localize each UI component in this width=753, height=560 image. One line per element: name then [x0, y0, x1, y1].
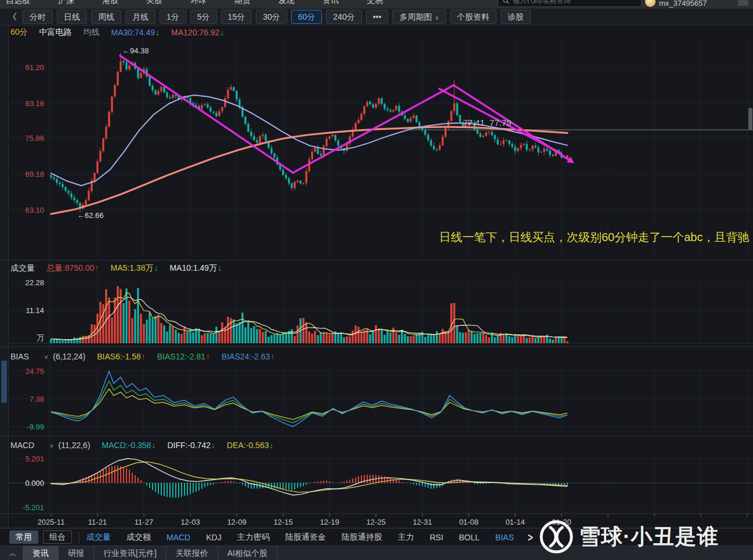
expand-panel-icon[interactable]: 《	[7, 550, 17, 557]
top-menu-item[interactable]: 美股	[146, 0, 162, 6]
price-annotation: ←94.38	[122, 46, 149, 55]
period-tab-•••[interactable]: •••	[366, 10, 389, 24]
top-menu-bar: 自选股沪深港股美股环球期货发现资讯交易 输入代码/名称查询 mx_3749565…	[0, 0, 753, 9]
y-axis-label: -5.201	[8, 503, 44, 512]
period-tab-月线[interactable]: 月线	[125, 10, 155, 24]
stock-app-window: 自选股沪深港股美股环球期货发现资讯交易 输入代码/名称查询 mx_3749565…	[0, 0, 753, 560]
indicator-成交量[interactable]: 成交量	[86, 532, 111, 543]
top-menu-item[interactable]: 资讯	[323, 0, 339, 6]
period-tab-5分[interactable]: 5分	[190, 10, 217, 24]
indicator-主力[interactable]: 主力	[398, 532, 414, 543]
macd-header: MACD∨(11,22,6)MACD:-0.358↓DIFF:-0.742↓DE…	[0, 438, 753, 452]
indicator-BIAS[interactable]: BIAS	[495, 533, 514, 542]
period-tab-多周期图[interactable]: 多周期图∨	[392, 10, 446, 24]
top-menu-item[interactable]: 交易	[367, 0, 383, 6]
arrow-down-icon: ↓	[218, 263, 222, 272]
indicator-RSI[interactable]: RSI	[430, 533, 443, 542]
username: mx_37495657	[659, 0, 707, 8]
indicator-group-常用[interactable]: 常用	[9, 530, 38, 544]
header-value: 成交量	[10, 263, 35, 274]
bottom-tab-资讯[interactable]: 资讯	[23, 546, 59, 560]
search-icon	[503, 0, 509, 4]
date-label: 01-08	[459, 518, 478, 526]
top-menu-item[interactable]: 沪深	[58, 0, 74, 6]
macd-pane	[51, 459, 567, 498]
header-value: MA30:74.49↓	[111, 28, 160, 37]
arrow-down-icon: ↓	[155, 28, 160, 37]
indicator-BOLL[interactable]: BOLL	[459, 533, 480, 542]
top-menu-item[interactable]: 发现	[278, 0, 295, 6]
date-label: 01-20	[552, 518, 571, 526]
y-axis-label: 22.28	[8, 278, 44, 287]
indicator-KDJ[interactable]: KDJ	[206, 533, 221, 542]
y-axis-label: 7.38	[8, 395, 44, 403]
collapse-panel-icon[interactable]: 《	[8, 12, 17, 23]
period-tab-30分[interactable]: 30分	[256, 10, 287, 24]
indicator-group-buttons: 常用组合	[9, 530, 72, 544]
stock-search-box[interactable]: 输入代码/名称查询	[498, 0, 642, 7]
period-tab-个股资料[interactable]: 个股资料	[450, 10, 497, 24]
header-value: 均线	[84, 27, 100, 38]
chart-note: 日线一笔下，日线买点，次级别60分钟走了一个abc，且背驰	[439, 230, 752, 245]
dropdown-chevron-icon[interactable]: ∨	[49, 442, 53, 449]
period-tab-日线[interactable]: 日线	[57, 10, 87, 24]
date-label: 12-09	[227, 518, 246, 526]
header-value: (6,12,24)	[53, 352, 85, 361]
arrow-up-icon: ↑	[270, 352, 274, 361]
arrow-down-icon: ↓	[154, 263, 158, 272]
chart-graphics[interactable]	[0, 0, 753, 560]
window-control-icon[interactable]	[738, 0, 748, 6]
date-label: 01-14	[505, 518, 524, 526]
header-value: DIFF:-0.742↓	[167, 441, 215, 450]
header-value: MA5:1.38万↓	[111, 263, 158, 274]
bottom-tabs: 资讯研报行业资讯[元件]关联报价AI相似个股	[23, 546, 277, 560]
volume-header: 成交量总量:8750.00↑MA5:1.38万↓MA10:1.49万↓	[0, 261, 753, 275]
date-label: 12-25	[366, 518, 385, 526]
bottom-tab-行业资讯[元件][interactable]: 行业资讯[元件]	[94, 546, 166, 560]
period-tab-1分[interactable]: 1分	[160, 10, 186, 24]
toolbar-divider	[79, 532, 79, 543]
y-axis-label: 5.201	[8, 454, 44, 463]
bottom-tab-研报[interactable]: 研报	[59, 546, 94, 560]
y-axis-label: 0.000	[8, 479, 44, 488]
header-value: BIAS24:-2.63↑	[222, 352, 274, 361]
arrow-up-icon: ↑	[95, 263, 99, 272]
period-tab-bar: 《 分时日线周线月线1分5分15分30分60分240分•••多周期图∨个股资料诊…	[0, 9, 753, 26]
y-axis-label: 63.10	[8, 206, 44, 214]
top-menu-item[interactable]: 期货	[234, 0, 251, 6]
indicator-成交额[interactable]: 成交额	[126, 532, 151, 543]
dropdown-chevron-icon: ∨	[435, 14, 439, 21]
indicator-陆股通资金[interactable]: 陆股通资金	[285, 532, 326, 543]
period-tab-240分[interactable]: 240分	[326, 10, 361, 24]
more-indicators-arrow[interactable]: >	[528, 530, 533, 543]
bottom-tab-bar: 《 资讯研报行业资讯[元件]关联报价AI相似个股	[0, 546, 753, 560]
arrow-down-icon: ↓	[220, 28, 224, 37]
main-chart-header: 60分中富电路均线MA30:74.49↓MA120:76.92↓	[0, 26, 753, 39]
arrow-up-icon: ↑	[142, 352, 146, 361]
indicator-陆股通持股[interactable]: 陆股通持股	[342, 532, 382, 543]
header-value: MACD:-0.358↓	[102, 441, 156, 450]
indicator-主力密码[interactable]: 主力密码	[237, 532, 270, 543]
header-value: MA120:76.92↓	[171, 28, 224, 37]
period-tab-分时[interactable]: 分时	[23, 10, 53, 24]
date-label: 12-15	[273, 518, 292, 526]
period-tab-60分[interactable]: 60分	[291, 10, 323, 24]
bottom-tab-关联报价[interactable]: 关联报价	[166, 546, 218, 560]
y-axis-label: 83.18	[8, 99, 44, 108]
period-tab-周线[interactable]: 周线	[91, 10, 121, 24]
date-label: 12-03	[180, 518, 200, 526]
date-label: 12-19	[320, 518, 339, 526]
period-tab-诊股[interactable]: 诊股	[501, 10, 531, 24]
indicator-items: 成交量成交额MACDKDJ主力密码陆股通资金陆股通持股主力RSIBOLLBIAS	[86, 532, 514, 543]
y-axis-label: 24.75	[8, 367, 44, 376]
top-menu-item[interactable]: 环球	[190, 0, 207, 6]
indicator-group-组合[interactable]: 组合	[43, 530, 72, 544]
search-placeholder: 输入代码/名称查询	[513, 0, 570, 6]
header-value: BIAS	[10, 352, 29, 361]
bottom-tab-AI相似个股[interactable]: AI相似个股	[218, 546, 277, 560]
dropdown-chevron-icon[interactable]: ∨	[44, 354, 48, 360]
top-menu-item[interactable]: 自选股	[6, 0, 30, 6]
top-menu-item[interactable]: 港股	[102, 0, 118, 6]
period-tab-15分[interactable]: 15分	[221, 10, 252, 24]
indicator-MACD[interactable]: MACD	[166, 533, 190, 542]
